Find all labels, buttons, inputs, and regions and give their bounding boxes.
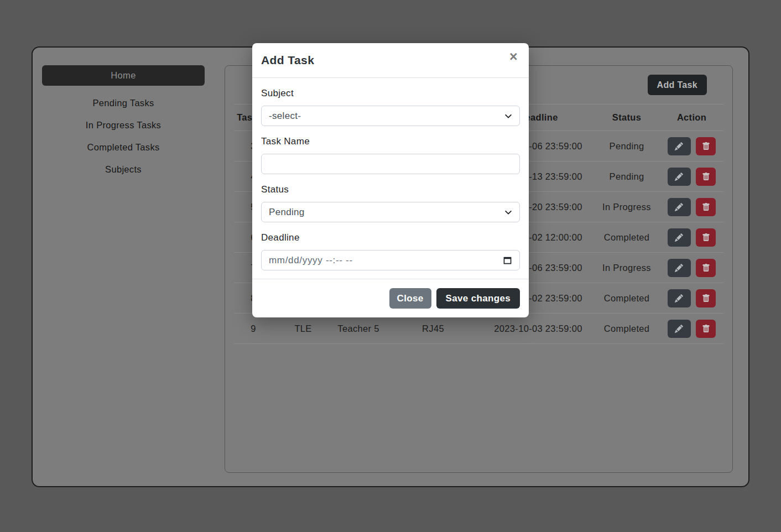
trash-icon bbox=[702, 294, 710, 302]
status-select[interactable]: Pending bbox=[261, 202, 520, 222]
pencil-icon bbox=[675, 142, 683, 150]
modal-footer: Close Save changes bbox=[252, 279, 529, 317]
cell-action bbox=[660, 253, 723, 283]
sidebar-item-completed-tasks[interactable]: Completed Tasks bbox=[42, 136, 205, 158]
pencil-icon bbox=[675, 325, 683, 333]
cell-action bbox=[660, 192, 723, 222]
cell-status: In Progress bbox=[593, 192, 660, 222]
deadline-placeholder: mm/dd/yyyy --:-- -- bbox=[269, 255, 353, 266]
trash-icon bbox=[702, 233, 710, 242]
chevron-down-icon bbox=[504, 112, 512, 120]
cell-deadline: 2023-10-03 23:59:00 bbox=[483, 314, 593, 344]
cell-status: In Progress bbox=[593, 253, 660, 283]
sidebar-item-home[interactable]: Home bbox=[42, 65, 205, 86]
subject-label: Subject bbox=[261, 87, 520, 100]
cell-action bbox=[660, 283, 723, 314]
edit-task-button[interactable] bbox=[668, 320, 691, 338]
deadline-input[interactable]: mm/dd/yyyy --:-- -- bbox=[261, 250, 520, 270]
edit-task-button[interactable] bbox=[668, 137, 691, 155]
task-name-input[interactable] bbox=[261, 154, 520, 174]
pencil-icon bbox=[675, 264, 683, 272]
cell-action bbox=[660, 131, 723, 161]
cell-teacher: Teacher 5 bbox=[334, 314, 383, 344]
modal-title: Add Task bbox=[261, 52, 520, 69]
calendar-icon[interactable] bbox=[503, 255, 512, 265]
trash-icon bbox=[702, 325, 710, 333]
sidebar-item-pending-tasks[interactable]: Pending Tasks bbox=[42, 92, 205, 114]
delete-task-button[interactable] bbox=[696, 137, 716, 155]
status-label: Status bbox=[261, 183, 520, 196]
deadline-label: Deadline bbox=[261, 231, 520, 244]
trash-icon bbox=[702, 203, 710, 211]
cell-status: Pending bbox=[593, 131, 660, 161]
trash-icon bbox=[702, 173, 710, 181]
edit-task-button[interactable] bbox=[668, 228, 691, 247]
pencil-icon bbox=[675, 203, 683, 211]
chevron-down-icon bbox=[504, 208, 512, 216]
edit-task-button[interactable] bbox=[668, 289, 691, 307]
add-task-modal: Add Task × Subject -select- Task Name St… bbox=[252, 43, 529, 317]
delete-task-button[interactable] bbox=[696, 289, 716, 307]
delete-task-button[interactable] bbox=[696, 168, 716, 186]
cell-task-id: 9 bbox=[234, 314, 273, 344]
cell-action bbox=[660, 222, 723, 253]
delete-task-button[interactable] bbox=[696, 228, 716, 247]
col-header-action: Action bbox=[660, 105, 723, 131]
cell-action bbox=[660, 314, 723, 344]
status-select-value: Pending bbox=[269, 207, 305, 218]
close-button[interactable]: Close bbox=[389, 288, 431, 309]
delete-task-button[interactable] bbox=[696, 259, 716, 277]
col-header-status: Status bbox=[593, 105, 660, 131]
sidebar-item-in-progress-tasks[interactable]: In Progress Tasks bbox=[42, 114, 205, 136]
cell-action bbox=[660, 161, 723, 192]
delete-task-button[interactable] bbox=[696, 320, 716, 338]
subject-select-value: -select- bbox=[269, 111, 301, 122]
close-icon[interactable]: × bbox=[509, 50, 518, 64]
sidebar-item-subjects[interactable]: Subjects bbox=[42, 158, 205, 180]
task-name-label: Task Name bbox=[261, 135, 520, 148]
edit-task-button[interactable] bbox=[668, 168, 691, 186]
sidebar: Home Pending Tasks In Progress Tasks Com… bbox=[42, 65, 205, 180]
edit-task-button[interactable] bbox=[668, 259, 691, 277]
trash-icon bbox=[702, 142, 710, 150]
delete-task-button[interactable] bbox=[696, 198, 716, 216]
pencil-icon bbox=[675, 294, 683, 302]
table-row: 9 TLE Teacher 5 RJ45 2023-10-03 23:59:00… bbox=[234, 314, 723, 344]
subject-select[interactable]: -select- bbox=[261, 106, 520, 126]
trash-icon bbox=[702, 264, 710, 272]
save-changes-button[interactable]: Save changes bbox=[436, 288, 520, 309]
cell-task-name: RJ45 bbox=[383, 314, 483, 344]
edit-task-button[interactable] bbox=[668, 198, 691, 216]
cell-status: Completed bbox=[593, 222, 660, 253]
cell-status: Completed bbox=[593, 314, 660, 344]
cell-status: Completed bbox=[593, 283, 660, 314]
modal-body: Subject -select- Task Name Status Pendin… bbox=[252, 78, 529, 279]
pencil-icon bbox=[675, 233, 683, 242]
add-task-button[interactable]: Add Task bbox=[648, 75, 707, 95]
cell-status: Pending bbox=[593, 161, 660, 192]
modal-header: Add Task × bbox=[252, 43, 529, 78]
pencil-icon bbox=[675, 173, 683, 181]
cell-subject: TLE bbox=[273, 314, 334, 344]
